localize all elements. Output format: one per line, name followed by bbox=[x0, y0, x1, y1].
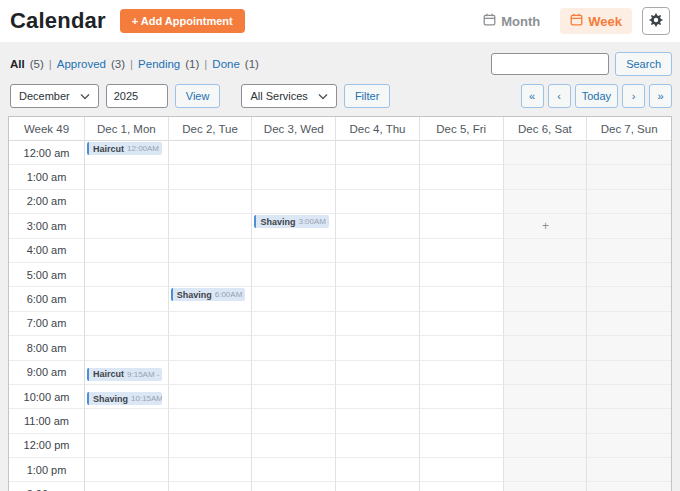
calendar-cell[interactable] bbox=[336, 263, 420, 287]
calendar-cell[interactable] bbox=[252, 165, 336, 189]
add-appointment-cell-button[interactable]: + bbox=[504, 214, 588, 238]
appointment-event[interactable]: Haircut9:15AM - bbox=[87, 368, 162, 381]
calendar-cell[interactable] bbox=[587, 385, 671, 409]
pagination-today-button[interactable]: Today bbox=[575, 84, 618, 108]
calendar-cell[interactable] bbox=[336, 482, 420, 491]
calendar-cell[interactable] bbox=[336, 361, 420, 385]
add-appointment-button[interactable]: + Add Appointment bbox=[120, 9, 245, 33]
pagination-first-button[interactable]: « bbox=[521, 84, 544, 108]
calendar-cell[interactable] bbox=[252, 385, 336, 409]
search-input[interactable] bbox=[491, 53, 609, 75]
calendar-cell[interactable] bbox=[587, 361, 671, 385]
calendar-cell[interactable] bbox=[504, 458, 588, 482]
pagination-prev-button[interactable]: ‹ bbox=[548, 84, 571, 108]
calendar-cell[interactable] bbox=[504, 190, 588, 214]
calendar-cell[interactable] bbox=[169, 336, 253, 360]
appointment-event[interactable]: Shaving6:00AM - bbox=[171, 288, 246, 301]
calendar-cell[interactable] bbox=[587, 190, 671, 214]
view-button[interactable]: View bbox=[175, 84, 221, 108]
calendar-cell[interactable] bbox=[252, 312, 336, 336]
calendar-cell[interactable] bbox=[85, 336, 169, 360]
calendar-cell[interactable] bbox=[336, 239, 420, 263]
calendar-cell[interactable] bbox=[420, 361, 504, 385]
pagination-next-button[interactable]: › bbox=[622, 84, 645, 108]
calendar-cell[interactable] bbox=[85, 434, 169, 458]
calendar-cell[interactable] bbox=[336, 214, 420, 238]
calendar-cell[interactable] bbox=[420, 165, 504, 189]
calendar-cell[interactable] bbox=[587, 458, 671, 482]
calendar-cell[interactable] bbox=[420, 141, 504, 165]
calendar-cell[interactable] bbox=[587, 312, 671, 336]
calendar-cell[interactable] bbox=[169, 385, 253, 409]
calendar-cell[interactable] bbox=[85, 458, 169, 482]
calendar-cell[interactable] bbox=[252, 336, 336, 360]
calendar-cell[interactable] bbox=[504, 239, 588, 263]
calendar-cell[interactable] bbox=[504, 312, 588, 336]
calendar-cell[interactable] bbox=[252, 239, 336, 263]
calendar-cell[interactable] bbox=[587, 141, 671, 165]
calendar-cell[interactable] bbox=[504, 336, 588, 360]
calendar-cell[interactable] bbox=[169, 263, 253, 287]
calendar-cell[interactable] bbox=[169, 482, 253, 491]
calendar-cell[interactable] bbox=[504, 385, 588, 409]
calendar-cell[interactable] bbox=[336, 336, 420, 360]
calendar-cell[interactable] bbox=[252, 409, 336, 433]
calendar-cell[interactable] bbox=[252, 482, 336, 491]
calendar-cell[interactable] bbox=[587, 434, 671, 458]
calendar-cell[interactable] bbox=[85, 409, 169, 433]
calendar-cell[interactable] bbox=[336, 385, 420, 409]
calendar-cell[interactable] bbox=[420, 409, 504, 433]
calendar-cell[interactable] bbox=[169, 165, 253, 189]
calendar-cell[interactable] bbox=[169, 312, 253, 336]
calendar-cell[interactable] bbox=[252, 190, 336, 214]
calendar-cell[interactable] bbox=[420, 482, 504, 491]
calendar-cell[interactable] bbox=[420, 287, 504, 311]
calendar-cell[interactable] bbox=[587, 482, 671, 491]
calendar-cell[interactable] bbox=[504, 263, 588, 287]
calendar-cell[interactable] bbox=[587, 214, 671, 238]
calendar-cell[interactable] bbox=[169, 239, 253, 263]
calendar-cell[interactable] bbox=[169, 361, 253, 385]
calendar-cell[interactable] bbox=[504, 165, 588, 189]
calendar-cell[interactable] bbox=[169, 214, 253, 238]
calendar-cell[interactable] bbox=[504, 141, 588, 165]
calendar-cell[interactable] bbox=[587, 263, 671, 287]
calendar-cell[interactable] bbox=[85, 482, 169, 491]
calendar-cell[interactable] bbox=[169, 458, 253, 482]
calendar-cell[interactable] bbox=[336, 165, 420, 189]
calendar-cell[interactable] bbox=[504, 287, 588, 311]
calendar-cell[interactable] bbox=[336, 312, 420, 336]
calendar-cell[interactable] bbox=[420, 239, 504, 263]
calendar-cell[interactable] bbox=[504, 409, 588, 433]
calendar-cell[interactable] bbox=[587, 287, 671, 311]
calendar-cell[interactable] bbox=[252, 361, 336, 385]
calendar-cell[interactable] bbox=[504, 361, 588, 385]
calendar-cell[interactable] bbox=[336, 190, 420, 214]
calendar-cell[interactable] bbox=[587, 239, 671, 263]
calendar-cell[interactable] bbox=[85, 239, 169, 263]
calendar-cell[interactable] bbox=[420, 336, 504, 360]
calendar-cell[interactable] bbox=[420, 190, 504, 214]
filter-link-pending[interactable]: Pending bbox=[138, 58, 180, 70]
calendar-cell[interactable] bbox=[169, 190, 253, 214]
calendar-cell[interactable] bbox=[85, 190, 169, 214]
settings-button[interactable] bbox=[642, 7, 670, 35]
calendar-cell[interactable] bbox=[336, 434, 420, 458]
year-input[interactable] bbox=[106, 84, 168, 108]
search-button[interactable]: Search bbox=[615, 52, 672, 76]
filter-link-approved[interactable]: Approved bbox=[57, 58, 106, 70]
filter-button[interactable]: Filter bbox=[344, 84, 390, 108]
calendar-cell[interactable] bbox=[420, 312, 504, 336]
calendar-cell[interactable] bbox=[587, 165, 671, 189]
calendar-cell[interactable] bbox=[169, 409, 253, 433]
calendar-cell[interactable] bbox=[85, 312, 169, 336]
calendar-cell[interactable] bbox=[504, 434, 588, 458]
calendar-cell[interactable] bbox=[252, 434, 336, 458]
calendar-cell[interactable] bbox=[85, 287, 169, 311]
month-view-button[interactable]: Month bbox=[473, 8, 550, 34]
week-view-button[interactable]: Week bbox=[560, 8, 632, 34]
calendar-cell[interactable] bbox=[336, 458, 420, 482]
calendar-cell[interactable] bbox=[85, 263, 169, 287]
calendar-cell[interactable] bbox=[169, 141, 253, 165]
appointment-event[interactable]: Shaving10:15AM - bbox=[87, 392, 162, 405]
